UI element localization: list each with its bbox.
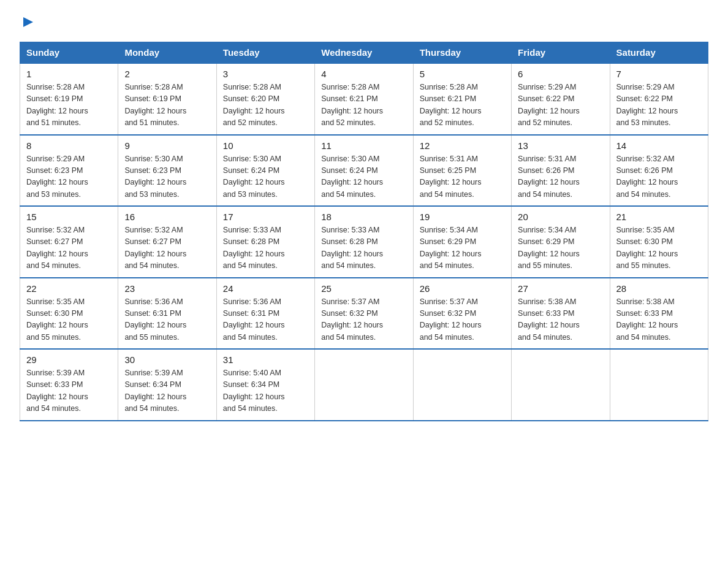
day-number: 25 [321,283,406,294]
calendar-cell [413,349,511,421]
calendar-cell: 2 Sunrise: 5:28 AM Sunset: 6:19 PM Dayli… [118,63,216,135]
day-number: 12 [420,140,505,151]
day-info: Sunrise: 5:29 AM Sunset: 6:22 PM Dayligh… [616,82,702,129]
day-info: Sunrise: 5:31 AM Sunset: 6:25 PM Dayligh… [420,153,505,201]
calendar-cell: 24 Sunrise: 5:36 AM Sunset: 6:31 PM Dayl… [216,278,314,350]
day-number: 16 [124,212,210,222]
day-info: Sunrise: 5:28 AM Sunset: 6:20 PM Dayligh… [223,82,308,129]
calendar-cell: 7 Sunrise: 5:29 AM Sunset: 6:22 PM Dayli… [610,63,708,135]
day-number: 23 [124,283,210,294]
calendar-cell: 13 Sunrise: 5:31 AM Sunset: 6:26 PM Dayl… [512,135,610,207]
calendar-header-row: SundayMondayTuesdayWednesdayThursdayFrid… [20,42,708,64]
day-info: Sunrise: 5:36 AM Sunset: 6:31 PM Dayligh… [124,296,210,344]
day-number: 21 [616,212,702,222]
day-number: 15 [26,212,112,222]
day-info: Sunrise: 5:30 AM Sunset: 6:24 PM Dayligh… [321,153,406,201]
day-info: Sunrise: 5:32 AM Sunset: 6:27 PM Dayligh… [26,224,112,272]
logo [20,15,34,31]
header-sunday: Sunday [20,42,118,64]
page-header [20,15,708,31]
day-info: Sunrise: 5:30 AM Sunset: 6:23 PM Dayligh… [124,153,210,201]
day-number: 6 [518,69,603,79]
calendar-cell: 16 Sunrise: 5:32 AM Sunset: 6:27 PM Dayl… [118,206,216,278]
day-number: 4 [321,69,406,79]
day-info: Sunrise: 5:34 AM Sunset: 6:29 PM Dayligh… [518,224,603,272]
calendar-cell: 21 Sunrise: 5:35 AM Sunset: 6:30 PM Dayl… [610,206,708,278]
calendar-week-row: 15 Sunrise: 5:32 AM Sunset: 6:27 PM Dayl… [20,206,708,278]
header-saturday: Saturday [610,42,708,64]
calendar-cell: 11 Sunrise: 5:30 AM Sunset: 6:24 PM Dayl… [315,135,413,207]
calendar-cell: 27 Sunrise: 5:38 AM Sunset: 6:33 PM Dayl… [512,278,610,350]
day-number: 3 [223,69,308,79]
calendar-cell: 20 Sunrise: 5:34 AM Sunset: 6:29 PM Dayl… [512,206,610,278]
calendar-cell: 31 Sunrise: 5:40 AM Sunset: 6:34 PM Dayl… [216,349,314,421]
day-info: Sunrise: 5:28 AM Sunset: 6:21 PM Dayligh… [420,82,505,129]
day-info: Sunrise: 5:32 AM Sunset: 6:27 PM Dayligh… [124,224,210,272]
calendar-cell: 17 Sunrise: 5:33 AM Sunset: 6:28 PM Dayl… [216,206,314,278]
day-number: 22 [26,283,112,294]
calendar-table: SundayMondayTuesdayWednesdayThursdayFrid… [20,42,708,421]
day-number: 8 [26,140,112,151]
svg-marker-0 [23,17,33,27]
calendar-cell [610,349,708,421]
day-number: 24 [223,283,308,294]
day-number: 30 [124,354,210,365]
day-info: Sunrise: 5:38 AM Sunset: 6:33 PM Dayligh… [616,296,702,344]
day-number: 26 [420,283,505,294]
calendar-cell: 19 Sunrise: 5:34 AM Sunset: 6:29 PM Dayl… [413,206,511,278]
day-number: 1 [26,69,112,79]
calendar-cell [512,349,610,421]
day-info: Sunrise: 5:40 AM Sunset: 6:34 PM Dayligh… [223,367,308,415]
calendar-cell: 6 Sunrise: 5:29 AM Sunset: 6:22 PM Dayli… [512,63,610,135]
day-info: Sunrise: 5:37 AM Sunset: 6:32 PM Dayligh… [420,296,505,344]
day-number: 28 [616,283,702,294]
calendar-cell: 26 Sunrise: 5:37 AM Sunset: 6:32 PM Dayl… [413,278,511,350]
calendar-cell: 15 Sunrise: 5:32 AM Sunset: 6:27 PM Dayl… [20,206,118,278]
day-number: 19 [420,212,505,222]
calendar-cell: 28 Sunrise: 5:38 AM Sunset: 6:33 PM Dayl… [610,278,708,350]
header-thursday: Thursday [413,42,511,64]
day-info: Sunrise: 5:32 AM Sunset: 6:26 PM Dayligh… [616,153,702,201]
day-number: 29 [26,354,112,365]
day-info: Sunrise: 5:33 AM Sunset: 6:28 PM Dayligh… [321,224,406,272]
day-number: 20 [518,212,603,222]
calendar-week-row: 22 Sunrise: 5:35 AM Sunset: 6:30 PM Dayl… [20,278,708,350]
day-info: Sunrise: 5:38 AM Sunset: 6:33 PM Dayligh… [518,296,603,344]
day-number: 5 [420,69,505,79]
logo-triangle-icon [21,15,34,28]
day-info: Sunrise: 5:31 AM Sunset: 6:26 PM Dayligh… [518,153,603,201]
day-info: Sunrise: 5:29 AM Sunset: 6:22 PM Dayligh… [518,82,603,129]
calendar-cell: 12 Sunrise: 5:31 AM Sunset: 6:25 PM Dayl… [413,135,511,207]
day-number: 18 [321,212,406,222]
calendar-cell: 8 Sunrise: 5:29 AM Sunset: 6:23 PM Dayli… [20,135,118,207]
day-number: 10 [223,140,308,151]
header-wednesday: Wednesday [315,42,413,64]
header-monday: Monday [118,42,216,64]
day-number: 2 [124,69,210,79]
calendar-cell: 1 Sunrise: 5:28 AM Sunset: 6:19 PM Dayli… [20,63,118,135]
calendar-week-row: 8 Sunrise: 5:29 AM Sunset: 6:23 PM Dayli… [20,135,708,207]
day-info: Sunrise: 5:29 AM Sunset: 6:23 PM Dayligh… [26,153,112,201]
calendar-cell: 9 Sunrise: 5:30 AM Sunset: 6:23 PM Dayli… [118,135,216,207]
calendar-week-row: 1 Sunrise: 5:28 AM Sunset: 6:19 PM Dayli… [20,63,708,135]
day-number: 27 [518,283,603,294]
calendar-cell: 14 Sunrise: 5:32 AM Sunset: 6:26 PM Dayl… [610,135,708,207]
day-info: Sunrise: 5:37 AM Sunset: 6:32 PM Dayligh… [321,296,406,344]
day-info: Sunrise: 5:35 AM Sunset: 6:30 PM Dayligh… [616,224,702,272]
day-info: Sunrise: 5:39 AM Sunset: 6:34 PM Dayligh… [124,367,210,415]
day-info: Sunrise: 5:33 AM Sunset: 6:28 PM Dayligh… [223,224,308,272]
calendar-cell: 22 Sunrise: 5:35 AM Sunset: 6:30 PM Dayl… [20,278,118,350]
day-info: Sunrise: 5:34 AM Sunset: 6:29 PM Dayligh… [420,224,505,272]
day-number: 31 [223,354,308,365]
day-number: 9 [124,140,210,151]
day-number: 17 [223,212,308,222]
day-number: 13 [518,140,603,151]
calendar-cell: 5 Sunrise: 5:28 AM Sunset: 6:21 PM Dayli… [413,63,511,135]
day-info: Sunrise: 5:39 AM Sunset: 6:33 PM Dayligh… [26,367,112,415]
calendar-cell [315,349,413,421]
day-number: 7 [616,69,702,79]
calendar-cell: 25 Sunrise: 5:37 AM Sunset: 6:32 PM Dayl… [315,278,413,350]
day-info: Sunrise: 5:36 AM Sunset: 6:31 PM Dayligh… [223,296,308,344]
day-info: Sunrise: 5:30 AM Sunset: 6:24 PM Dayligh… [223,153,308,201]
day-info: Sunrise: 5:35 AM Sunset: 6:30 PM Dayligh… [26,296,112,344]
